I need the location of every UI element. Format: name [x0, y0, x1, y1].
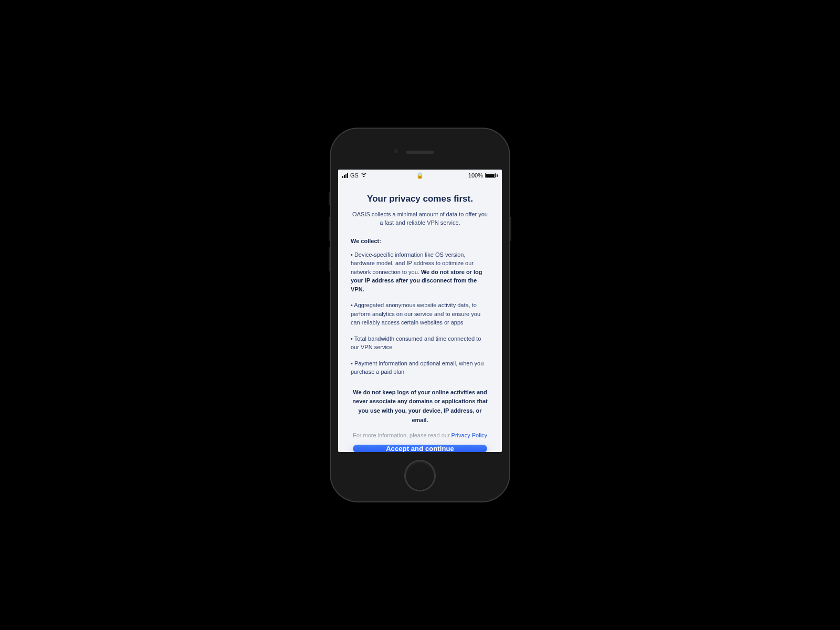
front-camera [393, 149, 398, 154]
privacy-policy-link[interactable]: Privacy Policy [452, 432, 487, 438]
earpiece-speaker [406, 151, 434, 154]
cellular-signal-icon [342, 173, 348, 178]
more-info: For more information, please read our Pr… [351, 432, 489, 438]
collect-item-device-info: • Device-specific information like OS ve… [351, 250, 489, 294]
collect-item-aggregated: • Aggregated anonymous website activity … [351, 301, 489, 327]
collect-item-payment: • Payment information and optional email… [351, 359, 489, 376]
page-subtitle: OASIS collects a minimal amount of data … [351, 211, 489, 227]
page-title: Your privacy comes first. [351, 194, 489, 204]
we-collect-heading: We collect: [351, 238, 489, 244]
battery-percent: 100% [468, 172, 483, 178]
collect-item-text: Payment information and optional email, … [351, 360, 484, 375]
phone-body: GS 🔒 100% Your privacy comes first. OASI… [331, 129, 509, 501]
carrier-label: GS [350, 172, 359, 178]
power-button [509, 217, 511, 241]
battery-icon [485, 173, 498, 178]
screen: GS 🔒 100% Your privacy comes first. OASI… [338, 170, 502, 452]
status-left: GS [342, 172, 368, 178]
collect-item-text: Total bandwidth consumed and time connec… [351, 335, 481, 351]
accept-continue-button[interactable]: Accept and continue [353, 445, 487, 452]
iphone-mock: GS 🔒 100% Your privacy comes first. OASI… [331, 129, 509, 501]
status-bar: GS 🔒 100% [338, 170, 502, 181]
collect-item-text: Aggregated anonymous website activity da… [351, 302, 480, 326]
collect-list: • Device-specific information like OS ve… [351, 250, 489, 376]
more-info-text: For more information, please read our [353, 432, 452, 438]
wifi-icon [361, 173, 368, 178]
no-logs-statement: We do not keep logs of your online activ… [351, 388, 489, 425]
lock-icon: 🔒 [416, 172, 424, 179]
status-right: 100% [468, 172, 498, 178]
home-button[interactable] [406, 461, 434, 490]
privacy-consent-screen: Your privacy comes first. OASIS collects… [338, 181, 502, 452]
collect-item-bandwidth: • Total bandwidth consumed and time conn… [351, 334, 489, 352]
